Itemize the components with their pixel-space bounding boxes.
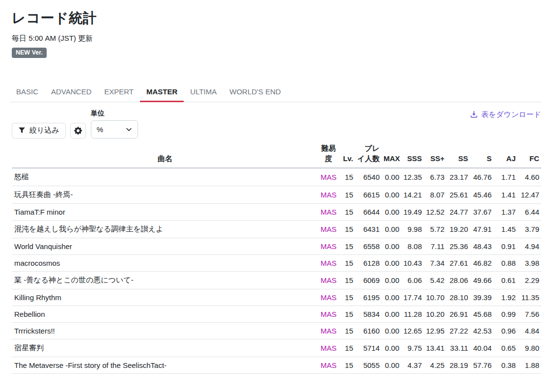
unit-control: 単位 %	[91, 109, 138, 139]
aj-rate-cell: 0.38	[494, 357, 518, 374]
settings-button[interactable]	[70, 123, 86, 139]
s-rate-cell: 45.68	[470, 306, 494, 323]
record-stats-table: 曲名 難易度 Lv. プレイ人数 MAX SSS SS+ SS S AJ FC …	[12, 142, 541, 374]
tab-master[interactable]: MASTER	[140, 84, 184, 102]
players-cell: 6615	[355, 186, 382, 204]
s-rate-cell: 39.39	[470, 289, 494, 306]
aj-rate-cell: 1.37	[494, 204, 518, 221]
column-header-level: Lv.	[339, 142, 355, 168]
unit-select[interactable]: %	[91, 120, 138, 139]
tab-advanced[interactable]: ADVANCED	[45, 84, 98, 102]
fc-rate-cell: 1.88	[518, 357, 541, 374]
update-schedule: 毎日 5:00 AM (JST) 更新	[12, 34, 541, 43]
level-cell: 15	[339, 221, 355, 238]
ss-plus-rate-cell: 10.20	[424, 306, 446, 323]
sss-rate-cell: 19.49	[401, 204, 424, 221]
fc-rate-cell: 3.98	[518, 255, 541, 272]
page-container: レコード統計 毎日 5:00 AM (JST) 更新 NEW Ver. BASI…	[0, 0, 553, 374]
table-row: The Metaverse -First story of the Seelis…	[12, 357, 541, 374]
fc-rate-cell: 3.79	[518, 221, 541, 238]
fc-rate-cell: 6.44	[518, 204, 541, 221]
s-rate-cell: 45.46	[470, 186, 494, 204]
song-name-cell: 宿星審判	[12, 339, 318, 357]
players-cell: 6160	[355, 323, 382, 339]
s-rate-cell: 57.76	[470, 357, 494, 374]
difficulty-cell: MAS	[318, 255, 339, 272]
difficulty-cell: MAS	[318, 238, 339, 255]
sss-rate-cell: 9.98	[401, 221, 424, 238]
chevron-down-icon	[126, 126, 132, 133]
sss-rate-cell: 8.08	[401, 238, 424, 255]
song-name-cell: Trrricksters!!	[12, 323, 318, 339]
ss-rate-cell: 19.20	[446, 221, 470, 238]
ss-rate-cell: 26.91	[446, 306, 470, 323]
max-rate-cell: 0.00	[382, 255, 401, 272]
song-name-cell: macrocosmos	[12, 255, 318, 272]
ss-rate-cell: 28.06	[446, 272, 470, 289]
s-rate-cell: 37.67	[470, 204, 494, 221]
song-name-cell: World Vanquisher	[12, 238, 318, 255]
table-row: 玩具狂奏曲 -終焉- MAS 15 6615 0.00 14.21 8.07 2…	[12, 186, 541, 204]
aj-rate-cell: 0.61	[494, 272, 518, 289]
fc-rate-cell: 12.47	[518, 186, 541, 204]
s-rate-cell: 48.43	[470, 238, 494, 255]
filter-button-label: 絞り込み	[29, 126, 59, 135]
max-rate-cell: 0.00	[382, 289, 401, 306]
level-cell: 15	[339, 323, 355, 339]
difficulty-cell: MAS	[318, 204, 339, 221]
column-header-aj: AJ	[494, 142, 518, 168]
sss-rate-cell: 12.65	[401, 323, 424, 339]
tab-ultima[interactable]: ULTIMA	[184, 84, 223, 102]
ss-plus-rate-cell: 4.25	[424, 357, 446, 374]
level-cell: 15	[339, 306, 355, 323]
column-header-sss: SSS	[401, 142, 424, 168]
tab-basic[interactable]: BASIC	[10, 84, 45, 102]
unit-select-value: %	[97, 125, 103, 134]
ss-plus-rate-cell: 5.72	[424, 221, 446, 238]
players-cell: 6195	[355, 289, 382, 306]
ss-plus-rate-cell: 13.41	[424, 339, 446, 357]
s-rate-cell: 42.53	[470, 323, 494, 339]
download-table-link[interactable]: 表をダウンロード	[470, 110, 541, 119]
filter-button[interactable]: 絞り込み	[12, 123, 66, 139]
ss-plus-rate-cell: 6.73	[424, 168, 446, 186]
table-row: Killing Rhythm MAS 15 6195 0.00 17.74 10…	[12, 289, 541, 306]
ss-plus-rate-cell: 7.34	[424, 255, 446, 272]
fc-rate-cell: 4.60	[518, 168, 541, 186]
ss-rate-cell: 25.61	[446, 186, 470, 204]
funnel-icon	[18, 127, 26, 134]
sss-rate-cell: 17.74	[401, 289, 424, 306]
sss-rate-cell: 6.06	[401, 272, 424, 289]
ss-plus-rate-cell: 12.95	[424, 323, 446, 339]
fc-rate-cell: 4.94	[518, 238, 541, 255]
aj-rate-cell: 1.41	[494, 186, 518, 204]
difficulty-cell: MAS	[318, 357, 339, 374]
players-cell: 6128	[355, 255, 382, 272]
max-rate-cell: 0.00	[382, 339, 401, 357]
s-rate-cell: 46.82	[470, 255, 494, 272]
max-rate-cell: 0.00	[382, 221, 401, 238]
gear-icon	[74, 127, 82, 135]
song-name-cell: 業 -善なる神とこの世の悪について-	[12, 272, 318, 289]
column-header-difficulty: 難易度	[318, 142, 339, 168]
sss-rate-cell: 12.35	[401, 168, 424, 186]
tab-worlds-end[interactable]: WORLD'S END	[223, 84, 287, 102]
level-cell: 15	[339, 289, 355, 306]
tab-expert[interactable]: EXPERT	[98, 84, 140, 102]
ss-plus-rate-cell: 8.07	[424, 186, 446, 204]
max-rate-cell: 0.00	[382, 306, 401, 323]
table-row: 業 -善なる神とこの世の悪について- MAS 15 6069 0.00 6.06…	[12, 272, 541, 289]
s-rate-cell: 46.76	[470, 168, 494, 186]
sss-rate-cell: 9.75	[401, 339, 424, 357]
column-header-song: 曲名	[12, 142, 318, 168]
table-row: 怒槌 MAS 15 6540 0.00 12.35 6.73 23.17 46.…	[12, 168, 541, 186]
download-icon	[470, 111, 478, 118]
fc-rate-cell: 7.56	[518, 306, 541, 323]
s-rate-cell: 47.91	[470, 221, 494, 238]
table-row: Trrricksters!! MAS 15 6160 0.00 12.65 12…	[12, 323, 541, 339]
players-cell: 6558	[355, 238, 382, 255]
ss-rate-cell: 28.10	[446, 289, 470, 306]
song-name-cell: 混沌を越えし我らが神聖なる調律主を讃えよ	[12, 221, 318, 238]
max-rate-cell: 0.00	[382, 357, 401, 374]
level-cell: 15	[339, 204, 355, 221]
